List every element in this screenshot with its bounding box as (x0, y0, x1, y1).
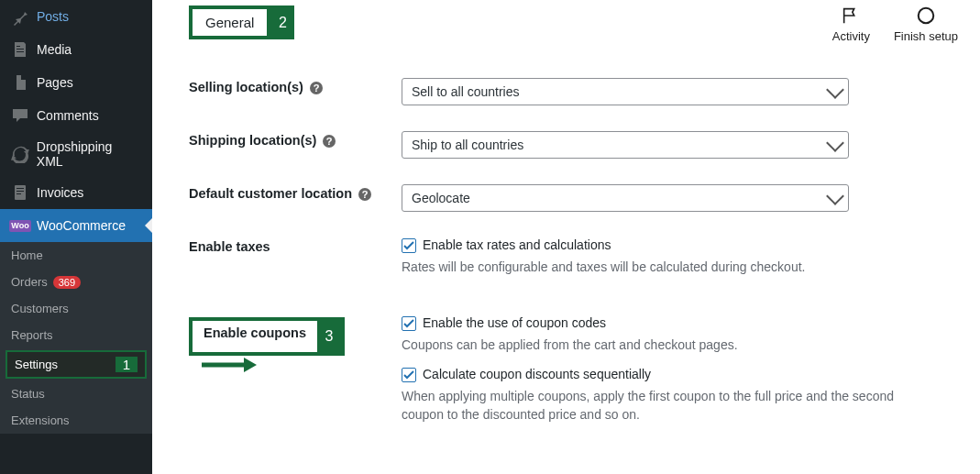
sidebar-item-label: Comments (37, 108, 99, 123)
sidebar-item-label: WooCommerce (37, 218, 126, 233)
annotation-3: 3 (317, 321, 341, 352)
annotation-1: 1 (116, 357, 138, 372)
flag-icon (841, 6, 861, 26)
submenu-label: Status (11, 387, 45, 401)
action-label: Activity (832, 29, 870, 43)
sidebar-item-pages[interactable]: Pages (0, 66, 152, 99)
label-shipping: Shipping location(s) (189, 133, 316, 148)
help-icon[interactable]: ? (309, 81, 324, 95)
svg-text:?: ? (314, 83, 320, 94)
comment-icon (11, 106, 29, 125)
sidebar-item-label: Dropshipping XML (37, 139, 141, 169)
enable-taxes-desc: Rates will be configurable and taxes wil… (402, 259, 915, 277)
sidebar-item-invoices[interactable]: Invoices (0, 176, 152, 209)
activity-button[interactable]: Activity (832, 6, 870, 43)
submenu-item-reports[interactable]: Reports (0, 322, 152, 348)
submenu-item-home[interactable]: Home (0, 242, 152, 269)
arrow-icon (202, 356, 257, 377)
svg-rect-2 (17, 191, 24, 192)
action-label: Finish setup (894, 29, 958, 43)
settings-content: General 2 ActivityFinish setup Selling l… (152, 0, 980, 474)
orders-badge: 369 (53, 276, 81, 289)
submenu-item-settings[interactable]: Settings1 (6, 350, 147, 379)
tab-general-annot: General 2 (189, 6, 294, 39)
sidebar-item-comments[interactable]: Comments (0, 99, 152, 132)
label-enable-coupons: Enable coupons (193, 321, 317, 352)
tab-general[interactable]: General (189, 6, 270, 39)
enable-coupons-desc: Coupons can be applied from the cart and… (402, 336, 915, 355)
finish-setup-button[interactable]: Finish setup (894, 6, 958, 43)
submenu-item-orders[interactable]: Orders369 (0, 269, 152, 295)
submenu: HomeOrders369CustomersReportsSettings1St… (0, 242, 152, 434)
submenu-label: Orders (11, 275, 48, 289)
svg-rect-1 (17, 188, 24, 189)
enable-taxes-label: Enable tax rates and calculations (423, 237, 611, 252)
svg-text:?: ? (326, 136, 333, 147)
sidebar-item-label: Invoices (37, 185, 83, 200)
enable-coupons-label: Enable the use of coupon codes (423, 315, 606, 330)
invoice-icon (11, 183, 29, 202)
sidebar-item-media[interactable]: Media (0, 33, 152, 66)
selling-location-select[interactable]: Sell to all countries (402, 78, 849, 105)
enable-coupons-checkbox[interactable] (402, 316, 416, 331)
submenu-item-customers[interactable]: Customers (0, 295, 152, 322)
svg-text:?: ? (362, 189, 369, 200)
submenu-label: Extensions (11, 413, 70, 427)
media-icon (11, 40, 29, 59)
submenu-label: Home (11, 248, 43, 262)
enable-coupons-annot: Enable coupons 3 (189, 317, 345, 356)
sidebar-item-label: Posts (37, 9, 69, 24)
svg-rect-0 (15, 185, 26, 200)
sidebar-item-label: Pages (37, 75, 73, 90)
sidebar-item-dropshipping-xml[interactable]: Dropshipping XML (0, 132, 152, 176)
help-icon[interactable]: ? (358, 187, 372, 202)
refresh-icon (11, 145, 29, 163)
annotation-2: 2 (270, 6, 294, 39)
label-selling: Selling location(s) (189, 80, 303, 94)
admin-sidebar: PostsMediaPagesCommentsDropshipping XMLI… (0, 0, 152, 474)
submenu-label: Customers (11, 302, 69, 315)
sidebar-item-woocommerce[interactable]: Woo WooCommerce (0, 209, 152, 242)
svg-rect-3 (17, 193, 21, 194)
woocommerce-icon: Woo (11, 216, 29, 235)
svg-point-4 (919, 8, 934, 24)
enable-taxes-checkbox[interactable] (402, 238, 416, 253)
label-default-location: Default customer location (189, 186, 352, 201)
page-icon (11, 73, 29, 92)
header-actions: ActivityFinish setup (832, 6, 958, 43)
submenu-item-status[interactable]: Status (0, 380, 152, 407)
default-location-select[interactable]: Geolocate (402, 184, 849, 212)
pin-icon (11, 7, 29, 26)
submenu-item-extensions[interactable]: Extensions (0, 407, 152, 434)
help-icon[interactable]: ? (322, 134, 336, 149)
label-enable-taxes: Enable taxes (189, 239, 270, 254)
sidebar-item-posts[interactable]: Posts (0, 0, 152, 33)
sidebar-item-label: Media (37, 42, 72, 57)
sequential-coupons-checkbox[interactable] (402, 368, 416, 382)
submenu-label: Reports (11, 328, 53, 342)
sequential-coupons-label: Calculate coupon discounts sequentially (423, 367, 651, 381)
shipping-location-select[interactable]: Ship to all countries (402, 131, 849, 159)
sequential-coupons-desc: When applying multiple coupons, apply th… (402, 388, 915, 424)
submenu-label: Settings (15, 358, 58, 371)
circle-icon (916, 6, 936, 26)
